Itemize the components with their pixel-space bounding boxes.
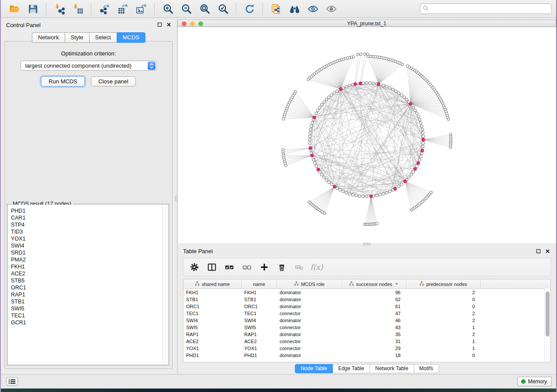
tab-mcds[interactable]: MCDS [117,32,145,43]
network-node[interactable] [362,195,364,198]
table-cell[interactable]: ORC1 [242,303,277,310]
network-node[interactable] [345,191,348,194]
table-cell[interactable]: SWI4 [242,317,277,324]
network-mcds-node[interactable] [377,83,380,86]
network-node[interactable] [311,121,314,124]
network-mcds-node[interactable] [414,167,417,170]
table-cell[interactable]: FKH1 [183,289,242,296]
network-node[interactable] [408,176,410,179]
network-leaf-node[interactable] [450,133,452,136]
network-edge[interactable] [284,117,315,119]
network-mcds-node[interactable] [354,83,357,86]
network-leaf-node[interactable] [363,53,366,55]
deselect-all-rows-icon[interactable] [240,261,253,274]
network-node[interactable] [388,190,391,193]
network-mcds-node[interactable] [359,82,362,85]
network-node[interactable] [400,94,403,96]
table-cell[interactable]: YOX1 [183,345,242,352]
table-row[interactable]: TEC1TEC1connector472 [183,310,550,317]
network-node[interactable] [412,106,415,109]
network-edge[interactable] [405,181,419,204]
network-edge[interactable] [335,116,418,186]
network-node[interactable] [358,195,361,197]
network-node[interactable] [372,82,375,85]
network-node[interactable] [422,135,425,138]
column-header-MCDS-role[interactable]: MCDS role [277,279,342,289]
close-panel-button[interactable]: Close panel [91,76,136,86]
network-edge[interactable] [411,77,423,104]
mcds-result-item[interactable]: PHD1 [11,207,168,214]
mcds-result-item[interactable]: TEC1 [11,312,168,319]
export-image-icon[interactable] [135,2,148,15]
network-node[interactable] [339,189,341,191]
mcds-result-item[interactable]: STB1 [11,298,168,305]
network-graph[interactable] [178,27,557,243]
network-edge[interactable] [409,67,411,104]
network-edge[interactable] [379,62,398,84]
network-node[interactable] [315,112,318,114]
table-cell[interactable]: 47 [342,310,406,317]
tab-network[interactable]: Network [32,32,65,43]
table-cell[interactable]: 61 [342,303,406,310]
network-node[interactable] [420,152,423,155]
network-node[interactable] [369,82,371,84]
table-cell[interactable]: 35 [342,331,406,338]
table-cell[interactable]: TEC1 [242,310,277,317]
network-mcds-node[interactable] [311,154,314,157]
network-node[interactable] [375,194,378,197]
network-node[interactable] [394,90,397,93]
network-edge[interactable] [423,140,451,145]
network-node[interactable] [398,92,400,94]
table-cell[interactable]: dominator [277,296,342,303]
table-cell[interactable]: TEC1 [183,310,242,317]
network-edge[interactable] [284,155,312,160]
mcds-result-item[interactable]: CAR1 [11,214,168,221]
table-cell[interactable]: SWI4 [183,317,242,324]
network-node[interactable] [422,131,424,134]
network-node[interactable] [421,128,424,131]
network-node[interactable] [328,181,330,183]
table-cell[interactable]: 0 [406,352,481,359]
network-edge[interactable] [320,187,335,211]
table-cell[interactable]: dominator [277,289,342,296]
network-node[interactable] [313,162,316,164]
network-edge[interactable] [341,58,347,89]
network-edge[interactable] [312,155,343,191]
network-edge[interactable] [405,181,418,205]
network-node[interactable] [405,98,408,101]
network-edge[interactable] [310,148,421,155]
network-edge[interactable] [313,187,335,206]
network-edge[interactable] [315,187,335,207]
network-mcds-node[interactable] [394,187,397,190]
network-node[interactable] [321,173,323,176]
zoom-out-icon[interactable] [180,2,193,15]
table-cell[interactable]: 0 [406,303,481,310]
delete-column-icon[interactable] [275,261,288,274]
network-mcds-node[interactable] [309,147,312,150]
refresh-icon[interactable] [243,2,256,15]
network-node[interactable] [418,118,421,121]
column-header-name[interactable]: name [242,279,277,289]
tab-node-table[interactable]: Node Table [295,364,333,373]
table-cell[interactable]: ACE2 [242,338,277,345]
table-cell[interactable]: PHD1 [183,352,242,359]
table-cell[interactable]: 29 [342,345,406,352]
mcds-result-item[interactable]: PMA2 [11,256,168,263]
network-node[interactable] [325,179,328,181]
network-edge[interactable] [379,62,396,84]
network-node[interactable] [308,135,311,138]
table-cell[interactable]: connector [277,338,342,345]
network-node[interactable] [398,185,400,188]
zoom-selected-icon[interactable] [216,2,229,15]
export-network-icon[interactable] [98,2,111,15]
table-cell[interactable]: YOX1 [242,345,277,352]
network-edge[interactable] [405,181,424,200]
network-node[interactable] [330,94,333,96]
table-row[interactable]: PHD1PHD1dominator180 [183,352,550,359]
network-node[interactable] [403,96,405,99]
table-cell[interactable]: ACE2 [183,338,242,345]
network-edge[interactable] [411,78,425,103]
table-row[interactable]: STB1STB1dominator620 [183,296,550,303]
network-node[interactable] [317,109,319,112]
run-mcds-button[interactable]: Run MCDS [41,76,85,86]
